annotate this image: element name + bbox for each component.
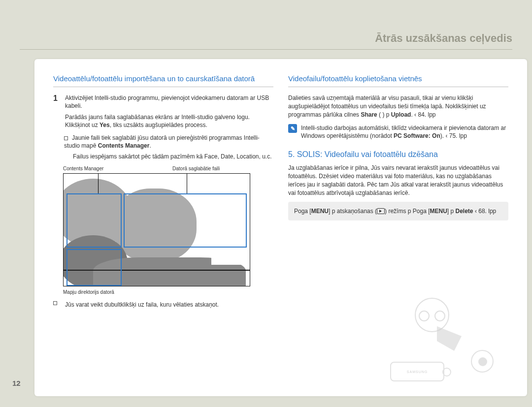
film-reel-icon (415, 298, 449, 332)
play-icon (377, 208, 385, 214)
right-section-title: Videofailu/fotoattēlu koplietošana vietn… (288, 74, 508, 84)
arrow-icon (437, 326, 462, 351)
label-saved-files: Datorā saglabātie faili (172, 166, 220, 171)
info-note: ✎ Intelli-studio darbojas automātiski, t… (288, 124, 508, 141)
right-para-1: Dalieties savā uzņemtajā materiālā ar vi… (288, 94, 508, 119)
left-title-rule (53, 87, 273, 87)
checkbox-icon (53, 301, 57, 305)
step-1-number: 1 (53, 94, 61, 129)
info-text: Intelli-studio darbojas automātiski, tik… (301, 124, 508, 141)
step-1-body: Aktivizējiet Intelli-studio programmu, p… (65, 94, 273, 129)
screenshot-under-label: Mapju direktorijs datorā (63, 289, 273, 295)
page-header: Ātrās uzsākšanas ceļvedis (375, 32, 512, 45)
highlight-box (124, 193, 247, 248)
label-contents-manager: Contents Manager (63, 166, 172, 171)
left-footnote: Jūs varat veikt dubultklikšķi uz faila, … (53, 301, 273, 309)
step-5-title: 5. SOLIS: Videofailu vai fotoattēlu dzēš… (288, 150, 508, 159)
left-section-title: Videoattēlu/fotoattēlu importēšana un to… (53, 74, 273, 84)
step-1: 1 Aktivizējiet Intelli-studio programmu,… (53, 94, 273, 129)
dial-icon (471, 350, 494, 373)
left-column: Videoattēlu/fotoattēlu importēšana un to… (53, 74, 273, 386)
navigation-box: Poga [MENU] p atskaņošanas () režīms p P… (288, 202, 508, 220)
screenshot-block: Contents Manager Datorā saglabātie faili (63, 166, 273, 286)
decor-illustration: SAMSUNG (370, 298, 499, 381)
screenshot-labels: Contents Manager Datorā saglabātie faili (63, 166, 273, 171)
header-rule (20, 49, 512, 50)
step-5-para: Ja uzglabāšanas ierīce ir pilna, Jūs vai… (288, 164, 508, 197)
bullet-1: Jaunie faili tiek saglabāti jūsu datorā … (64, 134, 273, 161)
right-column: Videofailu/fotoattēlu koplietošana vietn… (288, 74, 508, 386)
bullet-1-sub: Failus iespējams sakārtot pēc tādām pazī… (73, 153, 273, 160)
right-title-rule (288, 87, 508, 87)
screenshot-frame (63, 173, 250, 286)
highlight-box (66, 249, 122, 286)
info-icon: ✎ (288, 124, 297, 133)
page-number: 12 (12, 379, 21, 387)
camera-icon: SAMSUNG (390, 362, 444, 381)
step-1-sub: Parādās jauns faila saglabāšanas ekrāns … (65, 113, 273, 129)
checkbox-icon (64, 136, 68, 140)
step-1-text: Aktivizējiet Intelli-studio programmu, p… (65, 94, 269, 109)
page-card: Videoattēlu/fotoattēlu importēšana un to… (34, 59, 527, 396)
highlight-box (66, 193, 122, 248)
